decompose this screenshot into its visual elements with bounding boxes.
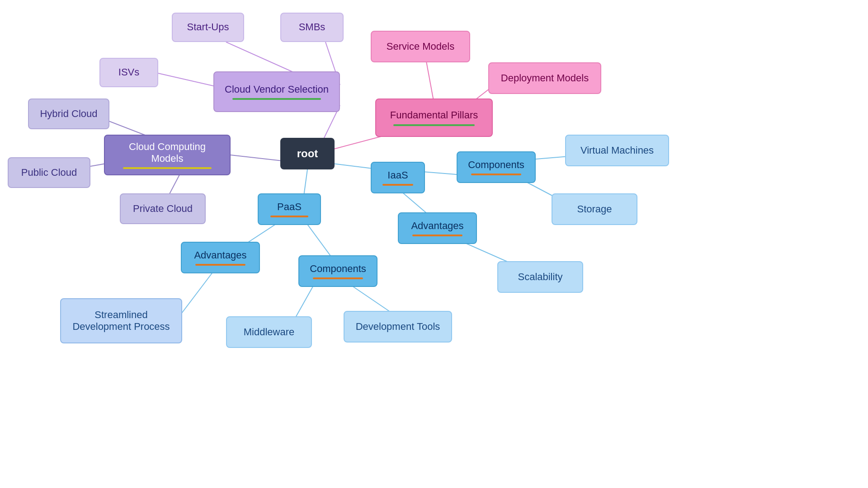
paas-advantages-underline <box>195 264 245 266</box>
virtual-machines-label: Virtual Machines <box>580 145 654 156</box>
middleware-label: Middleware <box>244 326 295 338</box>
cvs-underline <box>232 98 321 100</box>
hybrid-cloud-label: Hybrid Cloud <box>40 108 97 120</box>
fp-label: Fundamental Pillars <box>390 109 478 121</box>
dev-tools-label: Development Tools <box>356 321 440 333</box>
public-cloud-label: Public Cloud <box>21 167 77 178</box>
ccm-label: Cloud Computing Models <box>112 141 222 165</box>
cloud-computing-models-node[interactable]: Cloud Computing Models <box>104 135 231 175</box>
hybrid-cloud-node[interactable]: Hybrid Cloud <box>28 99 109 129</box>
iaas-components-node[interactable]: Components <box>457 151 536 183</box>
iaas-underline <box>382 184 413 186</box>
paas-underline <box>270 216 308 217</box>
iaas-advantages-label: Advantages <box>411 220 463 232</box>
iaas-advantages-underline <box>412 235 462 236</box>
iaas-components-label: Components <box>468 159 524 171</box>
storage-node[interactable]: Storage <box>552 193 637 225</box>
paas-components-node[interactable]: Components <box>298 255 377 287</box>
paas-node[interactable]: PaaS <box>258 193 321 225</box>
dev-tools-node[interactable]: Development Tools <box>344 311 452 343</box>
middleware-node[interactable]: Middleware <box>226 316 312 348</box>
isvs-label: ISVs <box>118 66 139 78</box>
root-label: root <box>297 147 318 160</box>
cvs-label: Cloud Vendor Selection <box>225 84 329 95</box>
paas-advantages-node[interactable]: Advantages <box>181 242 260 273</box>
iaas-components-underline <box>471 174 521 175</box>
fundamental-pillars-node[interactable]: Fundamental Pillars <box>375 99 493 137</box>
public-cloud-node[interactable]: Public Cloud <box>8 157 90 188</box>
isvs-node[interactable]: ISVs <box>99 58 158 87</box>
iaas-node[interactable]: IaaS <box>371 162 425 193</box>
paas-advantages-label: Advantages <box>194 249 246 261</box>
smbs-node[interactable]: SMBs <box>280 13 344 42</box>
paas-components-label: Components <box>310 263 366 275</box>
scalability-label: Scalability <box>518 271 562 283</box>
private-cloud-node[interactable]: Private Cloud <box>120 193 206 224</box>
streamlined-node[interactable]: Streamlined Development Process <box>60 298 182 343</box>
paas-components-underline <box>313 277 363 279</box>
private-cloud-label: Private Cloud <box>133 203 193 215</box>
virtual-machines-node[interactable]: Virtual Machines <box>565 135 669 166</box>
smbs-label: SMBs <box>299 21 326 33</box>
cloud-vendor-selection-node[interactable]: Cloud Vendor Selection <box>213 71 340 112</box>
iaas-label: IaaS <box>387 169 408 181</box>
start-ups-label: Start-Ups <box>187 21 229 33</box>
storage-label: Storage <box>577 203 612 215</box>
deployment-models-node[interactable]: Deployment Models <box>488 62 601 94</box>
fp-underline <box>393 124 474 126</box>
service-models-node[interactable]: Service Models <box>371 31 470 62</box>
ccm-underline <box>123 167 211 169</box>
root-node[interactable]: root <box>280 138 335 169</box>
streamlined-label: Streamlined Development Process <box>68 309 174 333</box>
scalability-node[interactable]: Scalability <box>497 261 583 293</box>
iaas-advantages-node[interactable]: Advantages <box>398 212 477 244</box>
paas-label: PaaS <box>277 201 302 213</box>
deployment-models-label: Deployment Models <box>501 72 589 84</box>
service-models-label: Service Models <box>387 41 454 52</box>
start-ups-node[interactable]: Start-Ups <box>172 13 244 42</box>
